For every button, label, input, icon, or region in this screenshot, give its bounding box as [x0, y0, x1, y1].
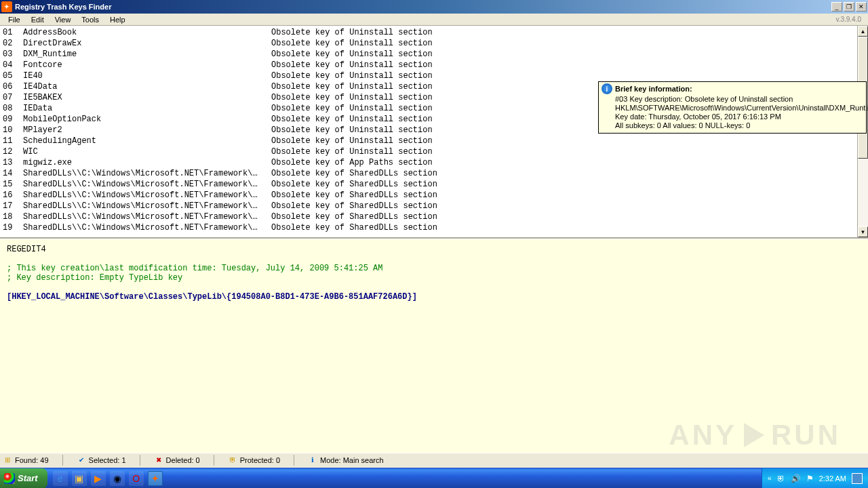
menu-tools[interactable]: Tools	[76, 14, 104, 25]
row-description: Obsolete key of SharedDLLs section	[271, 179, 865, 190]
list-row[interactable]: 16SharedDLLs\\C:\Windows\Microsoft.NET\F…	[3, 190, 865, 201]
detail-panel: REGEDIT4 ; This key creation\last modifi…	[0, 239, 868, 453]
row-keyname: SharedDLLs\\C:\Windows\Microsoft.NET\Fra…	[23, 179, 271, 190]
row-keyname: Fontcore	[23, 60, 271, 70]
row-keyname: SharedDLLs\\C:\Windows\Microsoft.NET\Fra…	[23, 190, 271, 201]
window-title: Registry Trash Keys Finder	[15, 3, 831, 11]
list-row[interactable]: 14SharedDLLs\\C:\Windows\Microsoft.NET\F…	[3, 168, 865, 179]
row-number: 16	[3, 190, 23, 201]
row-description: Obsolete key of App Paths section	[271, 157, 865, 168]
row-keyname: SharedDLLs\\C:\Windows\Microsoft.NET\Fra…	[23, 222, 271, 233]
row-number: 06	[3, 81, 23, 92]
status-found: ⊞ Found: 49	[3, 455, 49, 465]
row-keyname: IE40	[23, 70, 271, 81]
start-button[interactable]: Start	[0, 468, 47, 489]
tooltip-line: All subkeys: 0 All values: 0 NULL-keys: …	[615, 121, 863, 130]
taskbar-app-icon[interactable]: ✦	[148, 471, 163, 486]
show-desktop-button[interactable]	[852, 473, 863, 484]
delete-icon: ✖	[154, 455, 163, 465]
detail-key: [HKEY_LOCAL_MACHINE\Software\Classes\Typ…	[7, 292, 861, 302]
detail-comment: ; This key creation\last modification ti…	[7, 264, 861, 273]
taskbar-chrome-icon[interactable]: ◉	[110, 471, 125, 486]
taskbar: Start e ▣ ▶ ◉ O ✦ « ⛨ 🔊 ⚑ 2:32 AM	[0, 468, 868, 488]
list-row[interactable]: 19SharedDLLs\\C:\Windows\Microsoft.NET\F…	[3, 222, 865, 233]
watermark: ANY RUN	[669, 423, 841, 447]
windows-icon	[4, 473, 15, 484]
list-row[interactable]: 02DirectDrawExObsolete key of Uninstall …	[3, 38, 865, 49]
row-description: Obsolete key of Uninstall section	[271, 27, 865, 38]
taskbar-media-icon[interactable]: ▶	[91, 471, 106, 486]
list-row[interactable]: 17SharedDLLs\\C:\Windows\Microsoft.NET\F…	[3, 201, 865, 211]
row-keyname: SharedDLLs\\C:\Windows\Microsoft.NET\Fra…	[23, 201, 271, 211]
minimize-button[interactable]: _	[831, 2, 842, 12]
mode-icon: ℹ	[308, 455, 317, 465]
detail-header: REGEDIT4	[7, 245, 861, 254]
row-number: 05	[3, 70, 23, 81]
found-icon: ⊞	[3, 455, 12, 465]
row-number: 02	[3, 38, 23, 49]
row-description: Obsolete key of SharedDLLs section	[271, 211, 865, 222]
close-button[interactable]: ✕	[856, 2, 867, 12]
list-row[interactable]: 01AddressBookObsolete key of Uninstall s…	[3, 27, 865, 38]
info-icon: i	[601, 83, 612, 94]
tray-security-icon[interactable]: ⛨	[777, 474, 785, 483]
list-row[interactable]: 03DXM_RuntimeObsolete key of Uninstall s…	[3, 49, 865, 60]
row-number: 18	[3, 211, 23, 222]
scroll-up-button[interactable]: ▲	[858, 26, 868, 37]
row-number: 10	[3, 125, 23, 136]
row-keyname: IE5BAKEX	[23, 92, 271, 103]
list-row[interactable]: 18SharedDLLs\\C:\Windows\Microsoft.NET\F…	[3, 211, 865, 222]
row-number: 12	[3, 146, 23, 157]
maximize-button[interactable]: ❐	[844, 2, 854, 12]
row-keyname: SharedDLLs\\C:\Windows\Microsoft.NET\Fra…	[23, 168, 271, 179]
tray-volume-icon[interactable]: 🔊	[791, 474, 801, 483]
row-description: Obsolete key of Uninstall section	[271, 49, 865, 60]
row-description: Obsolete key of Uninstall section	[271, 146, 865, 157]
app-icon: ✦	[1, 1, 12, 12]
menu-view[interactable]: View	[50, 14, 77, 25]
menu-help[interactable]: Help	[104, 14, 131, 25]
row-number: 08	[3, 103, 23, 114]
row-number: 14	[3, 168, 23, 179]
list-row[interactable]: 15SharedDLLs\\C:\Windows\Microsoft.NET\F…	[3, 179, 865, 190]
row-keyname: IEData	[23, 103, 271, 114]
row-keyname: MPlayer2	[23, 125, 271, 136]
check-icon: ✔	[77, 455, 86, 465]
key-info-tooltip: i Brief key information: #03 Key descrip…	[598, 81, 867, 134]
taskbar-ie-icon[interactable]: e	[53, 471, 68, 486]
scroll-down-button[interactable]: ▼	[858, 226, 868, 237]
list-row[interactable]: 12WICObsolete key of Uninstall section	[3, 146, 865, 157]
row-keyname: IE4Data	[23, 81, 271, 92]
statusbar: ⊞ Found: 49 ✔ Selected: 1 ✖ Deleted: 0 ⛨…	[0, 453, 868, 466]
row-description: Obsolete key of SharedDLLs section	[271, 222, 865, 233]
list-row[interactable]: 04FontcoreObsolete key of Uninstall sect…	[3, 60, 865, 70]
list-row[interactable]: 13migwiz.exeObsolete key of App Paths se…	[3, 157, 865, 168]
menu-edit[interactable]: Edit	[26, 14, 50, 25]
row-keyname: AddressBook	[23, 27, 271, 38]
tray-expand-icon[interactable]: «	[768, 474, 772, 482]
row-keyname: DXM_Runtime	[23, 49, 271, 60]
row-keyname: SharedDLLs\\C:\Windows\Microsoft.NET\Fra…	[23, 211, 271, 222]
taskbar-explorer-icon[interactable]: ▣	[72, 471, 87, 486]
taskbar-opera-icon[interactable]: O	[129, 471, 144, 486]
shield-icon: ⛨	[228, 455, 237, 465]
row-keyname: DirectDrawEx	[23, 38, 271, 49]
row-number: 04	[3, 60, 23, 70]
row-number: 07	[3, 92, 23, 103]
list-row[interactable]: 11SchedulingAgentObsolete key of Uninsta…	[3, 136, 865, 146]
row-number: 13	[3, 157, 23, 168]
clock[interactable]: 2:32 AM	[819, 474, 846, 483]
tooltip-line: HKLM\SOFTWARE\Microsoft\Windows\CurrentV…	[615, 104, 863, 113]
list-row[interactable]: 05IE40Obsolete key of Uninstall section	[3, 70, 865, 81]
row-number: 19	[3, 222, 23, 233]
row-description: Obsolete key of Uninstall section	[271, 70, 865, 81]
detail-comment: ; Key description: Empty TypeLib key	[7, 273, 861, 283]
row-number: 09	[3, 114, 23, 125]
tooltip-line: Key date: Thursday, October 05, 2017 6:1…	[615, 113, 863, 121]
menu-file[interactable]: File	[3, 14, 26, 25]
row-description: Obsolete key of SharedDLLs section	[271, 201, 865, 211]
row-description: Obsolete key of Uninstall section	[271, 136, 865, 146]
tray-flag-icon[interactable]: ⚑	[806, 474, 814, 483]
row-description: Obsolete key of SharedDLLs section	[271, 190, 865, 201]
row-description: Obsolete key of Uninstall section	[271, 60, 865, 70]
